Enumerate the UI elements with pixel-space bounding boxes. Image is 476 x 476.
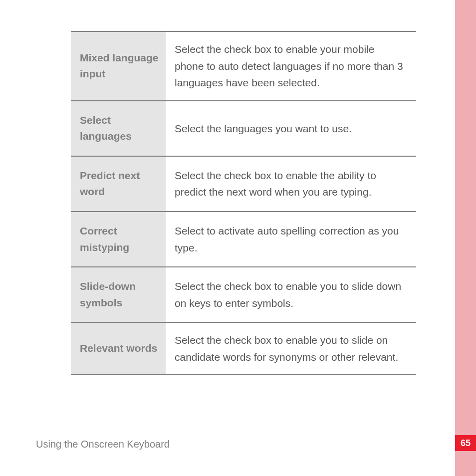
table-row: Predict next word Select the check box t… [71,156,416,212]
side-tab-bar: 65 [455,0,476,476]
setting-label: Predict next word [71,156,166,212]
setting-label: Select languages [71,101,166,156]
setting-label: Correct mistyping [71,212,166,267]
table-row: Correct mistyping Select to activate aut… [71,212,416,267]
setting-label: Relevant words [71,322,166,375]
page-number-badge: 65 [455,435,476,451]
setting-description: Select the check box to enable you to sl… [166,267,416,322]
settings-table: Mixed language input Select the check bo… [71,31,416,375]
manual-page: 65 Mixed language input Select the check… [0,0,476,476]
table-row: Slide-down symbols Select the check box … [71,267,416,322]
footer-section-title: Using the Onscreen Keyboard [36,439,170,450]
setting-description: Select the check box to enable your mobi… [166,31,416,101]
table-row: Mixed language input Select the check bo… [71,31,416,101]
table-row: Select languages Select the languages yo… [71,101,416,156]
setting-label: Mixed language input [71,31,166,101]
table-row: Relevant words Select the check box to e… [71,322,416,375]
setting-description: Select to activate auto spelling correct… [166,212,416,267]
setting-description: Select the languages you want to use. [166,101,416,156]
setting-description: Select the check box to enable you to sl… [166,322,416,375]
setting-label: Slide-down symbols [71,267,166,322]
page-number: 65 [461,438,471,449]
setting-description: Select the check box to enable the abili… [166,156,416,212]
